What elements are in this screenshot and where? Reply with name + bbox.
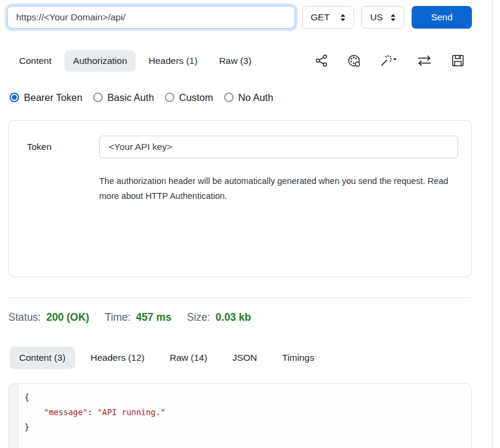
swap-arrows-icon[interactable] — [417, 55, 432, 66]
response-tabs-row: Content (3) Headers (12) Raw (14) JSON T… — [0, 346, 472, 370]
region-select[interactable]: US — [361, 6, 404, 29]
send-button[interactable]: Send — [412, 6, 472, 29]
method-select[interactable]: GET — [302, 6, 354, 29]
token-label: Token — [27, 142, 99, 152]
magic-wand-dropdown-icon[interactable] — [380, 54, 397, 67]
time-value: 457 ms — [136, 311, 171, 324]
share-icon[interactable] — [315, 54, 328, 67]
size-value: 0.03 kb — [216, 311, 251, 324]
auth-type-radios: Bearer Token Basic Auth Custom No Auth — [10, 90, 472, 105]
method-select-value: GET — [311, 12, 330, 23]
radio-bearer-token[interactable]: Bearer Token — [10, 92, 82, 103]
time-label: Time: — [105, 311, 130, 324]
updown-arrows-icon — [340, 14, 346, 22]
region-select-value: US — [370, 12, 383, 23]
code-line: { — [24, 390, 471, 405]
code-line: "message": "API running." — [44, 405, 472, 420]
url-input[interactable] — [7, 6, 295, 29]
resp-tab-json[interactable]: JSON — [223, 346, 266, 369]
tab-headers[interactable]: Headers (1) — [140, 50, 206, 72]
tab-content[interactable]: Content — [11, 50, 60, 72]
page-right-rule — [492, 0, 493, 448]
size-label: Size: — [187, 311, 210, 324]
resp-tab-content[interactable]: Content (3) — [10, 346, 75, 369]
section-divider — [6, 297, 472, 298]
resp-tab-raw[interactable]: Raw (14) — [160, 346, 217, 369]
token-field-row: Token — [27, 136, 458, 158]
radio-selected-icon — [10, 93, 19, 102]
radio-label: Custom — [179, 92, 213, 103]
save-icon[interactable] — [452, 54, 464, 67]
request-bar: GET US Send — [0, 6, 472, 29]
status-label: Status: — [8, 311, 41, 324]
api-client-page: GET US Send Content Authorization Header… — [0, 6, 472, 448]
radio-label: No Auth — [238, 92, 274, 103]
radio-unselected-icon — [93, 93, 103, 102]
code-line: } — [24, 420, 471, 435]
tab-raw[interactable]: Raw (3) — [211, 50, 260, 72]
status-value: 200 (OK) — [46, 311, 89, 324]
request-tabs-row: Content Authorization Headers (1) Raw (3… — [0, 49, 472, 72]
json-key: "message" — [44, 407, 88, 417]
token-input[interactable] — [99, 136, 458, 158]
radio-label: Bearer Token — [24, 92, 82, 103]
toolbar-icons — [315, 54, 472, 67]
tab-authorization[interactable]: Authorization — [65, 50, 135, 72]
resp-tab-headers[interactable]: Headers (12) — [81, 346, 154, 369]
response-status-row: Status: 200 (OK) Time: 457 ms Size: 0.03… — [8, 311, 472, 324]
bearer-token-panel: Token The authorization header will be a… — [8, 120, 472, 277]
radio-unselected-icon — [165, 93, 174, 102]
token-help-text: The authorization header will be automat… — [99, 174, 453, 204]
palette-icon[interactable] — [348, 54, 360, 67]
response-body-code[interactable]: { "message": "API running." } — [18, 384, 471, 448]
resp-tab-timings[interactable]: Timings — [272, 346, 324, 369]
radio-no-auth[interactable]: No Auth — [224, 92, 274, 103]
updown-arrows-icon — [390, 14, 396, 22]
response-body-card: { "message": "API running." } — [8, 383, 472, 448]
radio-basic-auth[interactable]: Basic Auth — [93, 92, 154, 103]
radio-unselected-icon — [224, 93, 234, 102]
json-value: "API running." — [97, 407, 165, 417]
radio-custom[interactable]: Custom — [165, 92, 213, 103]
radio-label: Basic Auth — [108, 92, 154, 103]
